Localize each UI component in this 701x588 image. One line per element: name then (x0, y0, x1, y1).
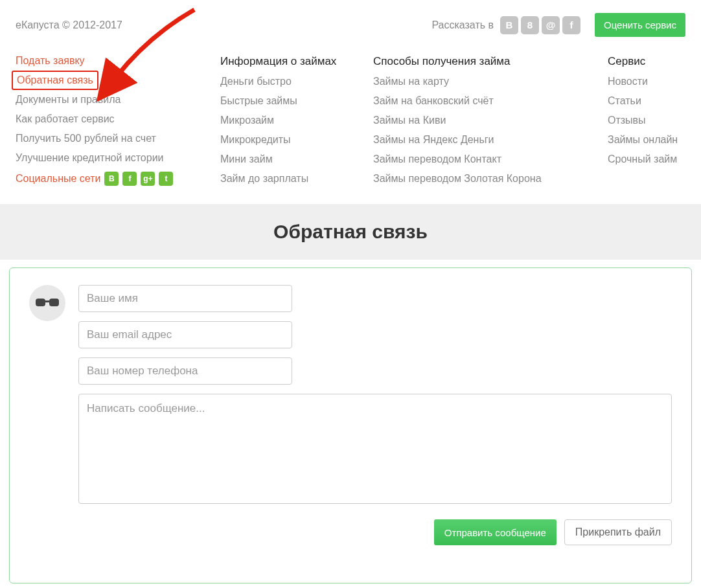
share-label: Рассказать в (431, 19, 494, 31)
col4-head: Сервис (608, 55, 685, 68)
submit-button[interactable]: Отправить сообщение (434, 519, 557, 545)
col2-head: Информация о займах (220, 55, 373, 68)
nav-money-fast[interactable]: Деньги быстро (220, 76, 373, 87)
nav-loans-qiwi[interactable]: Займы на Киви (373, 115, 608, 126)
nav-news[interactable]: Новости (608, 76, 685, 87)
svg-rect-0 (36, 299, 45, 306)
highlighted-feedback-link: Обратная связь (12, 71, 98, 90)
nav-how-works[interactable]: Как работает сервис (16, 113, 220, 125)
nav-mini-loan[interactable]: Мини займ (220, 153, 373, 165)
page-title: Обратная связь (273, 221, 428, 242)
rate-service-button[interactable]: Оценить сервис (595, 13, 685, 37)
facebook-icon[interactable]: f (562, 16, 580, 34)
copyright-text: еКапуста © 2012-2017 (16, 19, 122, 31)
vk-icon[interactable]: В (500, 16, 518, 34)
svg-rect-2 (45, 300, 49, 302)
nav-loan-bank[interactable]: Займ на банковский счёт (373, 95, 608, 107)
nav-feedback[interactable]: Обратная связь (17, 74, 93, 86)
feedback-form: Отправить сообщение Прикрепить файл (9, 267, 692, 583)
email-input[interactable] (78, 321, 292, 348)
nav-docs[interactable]: Документы и правила (16, 94, 220, 106)
vk-small-icon[interactable]: В (104, 172, 119, 186)
nav-microcredits[interactable]: Микрокредиты (220, 134, 373, 146)
ok-icon[interactable]: 8 (521, 16, 539, 34)
google-plus-icon[interactable]: g+ (141, 172, 155, 186)
svg-rect-1 (49, 299, 59, 306)
avatar (29, 285, 65, 321)
nav-loans-card[interactable]: Займы на карту (373, 76, 608, 87)
top-social-icons: В 8 @ f (500, 16, 580, 34)
nav-fast-loans[interactable]: Быстрые займы (220, 95, 373, 107)
nav-get-500[interactable]: Получить 500 рублей на счет (16, 133, 220, 144)
nav-loans-contact[interactable]: Займы переводом Контакт (373, 153, 608, 165)
sunglasses-icon (34, 297, 60, 309)
nav-loans-yandex[interactable]: Займы на Яндекс Деньги (373, 134, 608, 146)
phone-input[interactable] (78, 357, 292, 385)
twitter-icon[interactable]: t (159, 172, 173, 186)
nav-apply[interactable]: Подать заявку (16, 55, 220, 67)
nav-reviews[interactable]: Отзывы (608, 115, 685, 126)
nav-loans-zkorona[interactable]: Займы переводом Золотая Корона (373, 173, 608, 185)
nav-loans-online[interactable]: Займы онлайн (608, 134, 685, 146)
col3-head: Способы получения займа (373, 55, 608, 68)
name-input[interactable] (78, 285, 292, 312)
nav-microloan[interactable]: Микрозайм (220, 115, 373, 126)
nav-credit-history[interactable]: Улучшение кредитной истории (16, 152, 220, 164)
message-textarea[interactable] (78, 394, 672, 504)
attach-file-button[interactable]: Прикрепить файл (564, 519, 672, 545)
nav-social[interactable]: Социальные сети (16, 173, 100, 185)
facebook-small-icon[interactable]: f (122, 172, 137, 186)
nav-payday-loan[interactable]: Займ до зарплаты (220, 173, 373, 185)
nav-urgent-loan[interactable]: Срочный займ (608, 153, 685, 165)
mail-icon[interactable]: @ (542, 16, 560, 34)
nav-articles[interactable]: Статьи (608, 95, 685, 107)
